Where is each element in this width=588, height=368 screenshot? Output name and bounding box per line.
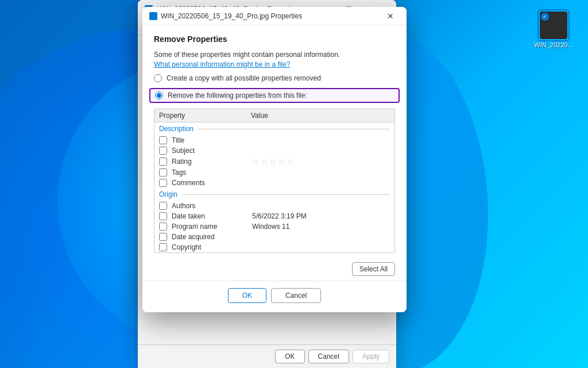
col-header-property: Property: [159, 112, 251, 120]
checkbox-comments[interactable]: [159, 179, 167, 187]
dialog-title-text: WIN_20220506_15_19_40_Pro.jpg Properties: [161, 12, 302, 20]
checkbox-program-name[interactable]: [159, 223, 167, 231]
table-row: Title: [154, 135, 394, 145]
section-description-label: Description: [159, 125, 194, 133]
radio-copy-input[interactable]: [154, 74, 162, 82]
remove-properties-dialog: WIN_20220506_15_19_40_Pro.jpg Properties…: [142, 7, 407, 312]
selected-checkmark: ✓: [541, 13, 549, 21]
checkbox-date-acquired[interactable]: [159, 233, 167, 241]
outer-apply-button[interactable]: Apply: [353, 350, 389, 363]
radio-option-copy[interactable]: Create a copy with all possible properti…: [154, 74, 395, 82]
prop-tags-label: Tags: [172, 168, 252, 177]
table-row: Comments: [154, 178, 394, 188]
table-row: Tags: [154, 167, 394, 178]
prop-comments-label: Comments: [172, 179, 252, 187]
table-row: Rating ☆☆☆☆☆: [154, 156, 394, 167]
prop-title-label: Title: [172, 136, 252, 144]
radio-option-remove[interactable]: Remove the following properties from thi…: [149, 88, 400, 103]
section-origin: Origin: [154, 188, 394, 201]
section-origin-label: Origin: [159, 190, 177, 198]
checkbox-date-taken[interactable]: [159, 212, 167, 220]
file-thumbnail: ✓: [540, 12, 567, 39]
table-row: Copyright: [154, 242, 394, 252]
outer-cancel-button[interactable]: Cancel: [308, 350, 349, 363]
dialog-heading: Remove Properties: [154, 34, 395, 44]
dialog-actions: Select All: [142, 262, 407, 281]
table-body: Description Title Subject Rating ☆☆☆☆☆: [154, 122, 394, 252]
section-origin-line: [182, 194, 390, 195]
dialog-window-icon: [149, 12, 157, 20]
prop-date-taken-value: 5/6/2022 3:19 PM: [252, 212, 390, 220]
property-table: Property Value Description Title Subject: [154, 109, 395, 253]
section-line: [198, 129, 390, 129]
dialog-footer: OK Cancel: [142, 281, 407, 312]
section-description: Description: [154, 122, 394, 135]
radio-copy-label: Create a copy with all possible properti…: [167, 74, 321, 82]
table-row: Date taken 5/6/2022 3:19 PM: [154, 211, 394, 221]
checkbox-rating[interactable]: [159, 158, 167, 166]
dialog-cancel-button[interactable]: Cancel: [271, 288, 321, 303]
dialog-info-text: Some of these properties might contain p…: [154, 49, 395, 60]
radio-remove-input[interactable]: [155, 91, 163, 99]
select-all-button[interactable]: Select All: [352, 262, 395, 276]
outer-window-footer: OK Cancel Apply: [138, 344, 396, 368]
table-header: Property Value: [154, 109, 394, 122]
dialog-body: Remove Properties Some of these properti…: [142, 25, 407, 262]
dialog-info-link[interactable]: What personal information might be in a …: [154, 60, 290, 68]
table-row: Subject: [154, 145, 394, 156]
checkbox-copyright[interactable]: [159, 243, 167, 251]
table-row: Authors: [154, 201, 394, 211]
col-header-value: Value: [251, 112, 390, 120]
checkbox-subject[interactable]: [159, 147, 167, 155]
dialog-close-button[interactable]: ✕: [381, 9, 400, 24]
prop-copyright-label: Copyright: [172, 243, 252, 251]
checkbox-title[interactable]: [159, 136, 167, 144]
checkbox-authors[interactable]: [159, 202, 167, 210]
dialog-titlebar: WIN_20220506_15_19_40_Pro.jpg Properties…: [142, 7, 407, 25]
prop-rating-value: ☆☆☆☆☆: [252, 157, 390, 166]
radio-remove-label: Remove the following properties from thi…: [168, 91, 307, 99]
checkbox-tags[interactable]: [159, 168, 167, 177]
outer-ok-button[interactable]: OK: [275, 350, 304, 363]
desktop-icon-label: WIN_20220...: [534, 41, 572, 48]
prop-program-name-label: Program name: [172, 223, 252, 231]
prop-subject-label: Subject: [172, 147, 252, 155]
dialog-ok-button[interactable]: OK: [228, 288, 266, 303]
table-row: Program name Windows 11: [154, 221, 394, 232]
prop-program-name-value: Windows 11: [252, 223, 390, 231]
prop-authors-label: Authors: [172, 202, 252, 210]
prop-date-acquired-label: Date acquired: [172, 233, 252, 241]
table-row: Date acquired: [154, 232, 394, 242]
prop-rating-label: Rating: [172, 158, 252, 166]
prop-date-taken-label: Date taken: [172, 212, 252, 220]
desktop-icon[interactable]: ✓ WIN_20220...: [531, 12, 577, 48]
